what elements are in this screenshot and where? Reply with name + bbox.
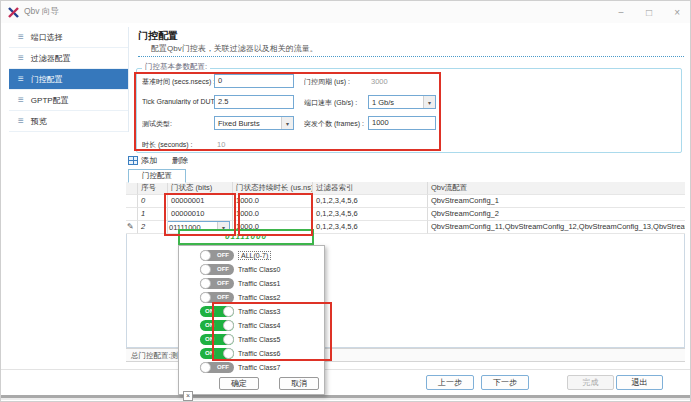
gate-cycle-label: 门控周期 (us) : bbox=[304, 77, 368, 87]
minimize-button[interactable]: − bbox=[618, 7, 624, 18]
gate-bits-value-box: 01111000 bbox=[178, 229, 314, 245]
maximize-button[interactable]: □ bbox=[646, 7, 652, 18]
toggle-traffic-class5[interactable]: ON bbox=[200, 334, 234, 345]
toggle-state: ON bbox=[205, 336, 214, 342]
duration-value: 10 bbox=[217, 140, 225, 149]
next-step-button[interactable]: 下一步 bbox=[481, 375, 529, 390]
cell-duration[interactable]: 1000.0 bbox=[233, 208, 313, 221]
sidebar-item-filter-config[interactable]: ≡ 过滤器配置 bbox=[9, 48, 128, 69]
toggle-knob bbox=[200, 250, 211, 261]
toggle-label: ALL(0-7) bbox=[238, 251, 271, 260]
cell-gate-bits[interactable]: 00000010 bbox=[168, 208, 233, 221]
toggle-state: ON bbox=[205, 322, 214, 328]
sidebar-item-label: 预览 bbox=[31, 116, 47, 127]
add-icon bbox=[128, 156, 138, 165]
toggle-traffic-class1[interactable]: OFF bbox=[200, 278, 234, 289]
burst-count-input[interactable]: 1000 bbox=[368, 116, 436, 130]
menu-icon: ≡ bbox=[18, 53, 24, 63]
prev-step-button[interactable]: 上一步 bbox=[426, 375, 474, 390]
toggle-label: Traffic Class6 bbox=[238, 350, 280, 357]
sidebar-item-port-select[interactable]: ≡ 端口选择 bbox=[9, 27, 128, 48]
sidebar-item-label: 门控配置 bbox=[31, 74, 63, 85]
cell-index: 0 bbox=[138, 195, 168, 208]
base-time-input[interactable]: 0 bbox=[214, 74, 294, 88]
exit-button[interactable]: 退出 bbox=[616, 375, 663, 390]
toggle-traffic-class0[interactable]: OFF bbox=[200, 264, 234, 275]
toggle-traffic-class6[interactable]: ON bbox=[200, 348, 234, 359]
port-rate-value: 1 Gb/s bbox=[369, 97, 397, 108]
toggle-row-tc3: ON Traffic Class3 bbox=[179, 304, 324, 318]
tab-gate-config[interactable]: 门控配置 bbox=[128, 169, 186, 183]
column-header-filters: 过滤器索引 bbox=[313, 182, 428, 195]
port-rate-select[interactable]: 1 Gb/s ▾ bbox=[368, 95, 436, 109]
toggle-label: Traffic Class1 bbox=[238, 280, 280, 287]
sidebar-item-label: 过滤器配置 bbox=[31, 53, 71, 64]
close-button[interactable]: × bbox=[674, 7, 680, 18]
cell-filter-index[interactable]: 0,1,2,3,4,5,6 bbox=[313, 208, 428, 221]
column-header-bits: 门状态 (bits) bbox=[168, 182, 233, 195]
row-handle bbox=[126, 208, 138, 221]
cell-stream-config[interactable]: QbvStreamConfig_2 bbox=[428, 208, 685, 221]
column-header-duration: 门状态持续时长 (us.ns) bbox=[233, 182, 313, 195]
add-row-button[interactable]: 添加 bbox=[128, 155, 157, 166]
column-header-streams: Qbv流配置 bbox=[428, 182, 685, 195]
toggle-knob bbox=[223, 334, 234, 345]
column-header-index: 序号 bbox=[138, 182, 168, 195]
toggle-state: OFF bbox=[217, 252, 229, 258]
toggle-row-tc4: ON Traffic Class4 bbox=[179, 318, 324, 332]
row-handle: ✎ bbox=[126, 221, 138, 234]
toggle-state: OFF bbox=[217, 364, 229, 370]
chevron-down-icon: ▾ bbox=[281, 117, 293, 129]
sidebar-item-label: 端口选择 bbox=[31, 32, 63, 43]
popup-cancel-button[interactable]: 取消 bbox=[279, 377, 319, 390]
toggle-row-tc5: ON Traffic Class5 bbox=[179, 332, 324, 346]
popup-close-icon[interactable]: × bbox=[183, 391, 193, 401]
cell-stream-config[interactable]: QbvStreamConfig_11,QbvStreamConfig_12,Qb… bbox=[428, 221, 685, 234]
cell-filter-index[interactable]: 0,1,2,3,4,5,6 bbox=[313, 221, 428, 234]
cell-gate-bits[interactable]: 00000001 bbox=[168, 195, 233, 208]
cell-stream-config[interactable]: QbvStreamConfig_1 bbox=[428, 195, 685, 208]
toggle-state: OFF bbox=[217, 280, 229, 286]
chevron-down-icon: ▾ bbox=[423, 96, 435, 108]
test-type-label: 测试类型: bbox=[142, 119, 216, 129]
tick-granularity-input[interactable]: 2.5 bbox=[214, 95, 294, 109]
sidebar-item-preview[interactable]: ≡ 预览 bbox=[9, 111, 128, 132]
toggle-traffic-class7[interactable]: OFF bbox=[200, 362, 234, 373]
traffic-class-popup: OFF ALL(0-7) OFF Traffic Class0 OFF Traf… bbox=[178, 245, 325, 395]
test-type-select[interactable]: Fixed Bursts ▾ bbox=[214, 116, 294, 130]
toggle-row-tc2: OFF Traffic Class2 bbox=[179, 290, 324, 304]
table-row[interactable]: 0 00000001 1000.0 0,1,2,3,4,5,6 QbvStrea… bbox=[126, 195, 685, 208]
row-handle bbox=[126, 195, 138, 208]
menu-icon: ≡ bbox=[18, 116, 24, 126]
toggle-row-tc1: OFF Traffic Class1 bbox=[179, 276, 324, 290]
finish-button[interactable]: 完成 bbox=[567, 375, 614, 390]
title-bar: Qbv 向导 − □ × bbox=[1, 1, 690, 23]
toggle-row-tc0: OFF Traffic Class0 bbox=[179, 262, 324, 276]
row-header-column bbox=[126, 182, 138, 195]
edit-pencil-icon: ✎ bbox=[127, 222, 134, 231]
window-controls: − □ × bbox=[618, 1, 680, 23]
footer-divider bbox=[1, 369, 690, 370]
delete-row-button[interactable]: 删除 bbox=[169, 155, 188, 166]
cell-index: 1 bbox=[138, 208, 168, 221]
sidebar: ≡ 端口选择 ≡ 过滤器配置 ≡ 门控配置 ≡ GPTP配置 ≡ 预览 bbox=[9, 27, 129, 132]
toggle-traffic-class3[interactable]: ON bbox=[200, 306, 234, 317]
toggle-traffic-class4[interactable]: ON bbox=[200, 320, 234, 331]
toggle-state: OFF bbox=[217, 266, 229, 272]
table-row[interactable]: 1 00000010 1000.0 0,1,2,3,4,5,6 QbvStrea… bbox=[126, 208, 685, 221]
groupbox-label: 门控基本参数配置: bbox=[142, 62, 210, 72]
table-header-row: 序号 门状态 (bits) 门状态持续时长 (us.ns) 过滤器索引 Qbv流… bbox=[126, 182, 685, 195]
toggle-knob bbox=[200, 278, 211, 289]
cell-duration[interactable]: 1000.0 bbox=[233, 195, 313, 208]
cell-index: 2 bbox=[138, 221, 168, 234]
popup-ok-button[interactable]: 确定 bbox=[219, 377, 259, 390]
port-rate-label: 端口速率 (Gb/s) : bbox=[304, 98, 368, 108]
cell-filter-index[interactable]: 0,1,2,3,4,5,6 bbox=[313, 195, 428, 208]
sidebar-item-gate-config[interactable]: ≡ 门控配置 bbox=[9, 69, 128, 90]
qbv-wizard-window: Qbv 向导 − □ × ≡ 端口选择 ≡ 过滤器配置 ≡ 门控配置 ≡ GPT… bbox=[0, 0, 691, 402]
toggle-traffic-class2[interactable]: OFF bbox=[200, 292, 234, 303]
toggle-all[interactable]: OFF bbox=[200, 250, 234, 261]
sidebar-item-gptp-config[interactable]: ≡ GPTP配置 bbox=[9, 90, 128, 111]
toggle-label: Traffic Class3 bbox=[238, 308, 280, 315]
page-subtitle: 配置Qbv门控表，关联过滤器以及相关的流量。 bbox=[151, 43, 318, 54]
